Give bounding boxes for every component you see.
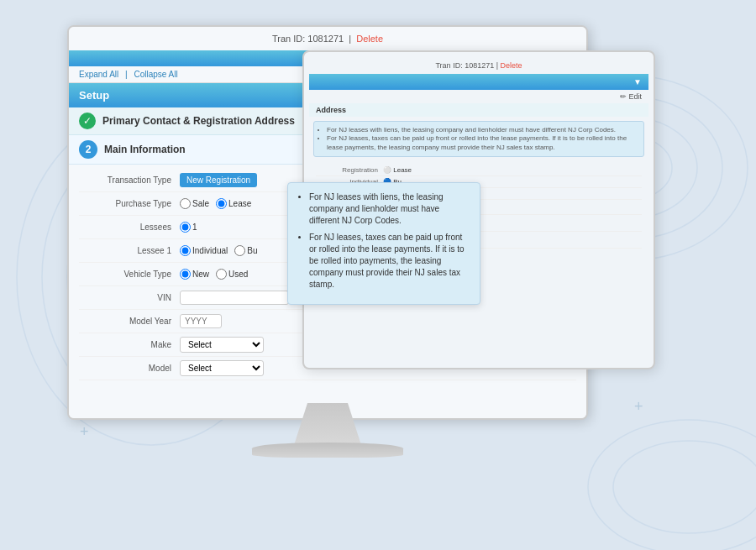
new-registration-button[interactable]: New Registration [180, 173, 257, 187]
tran-header: Tran ID: 1081271 | Delete [69, 27, 586, 50]
bg-tooltip: For NJ leases with liens, the leasing co… [313, 121, 644, 157]
make-select[interactable]: Select [180, 337, 264, 353]
lessees-label: Lessees [79, 223, 180, 232]
bg-radio-group: ⚪ Lease [383, 166, 642, 174]
lessee1-label: Lessee 1 [79, 246, 180, 255]
bu-radio-label[interactable]: Bu [234, 245, 257, 256]
vin-label: VIN [79, 293, 180, 302]
tran-id-text: Tran ID: 1081271 [272, 34, 344, 44]
lease-radio-label[interactable]: Lease [216, 198, 251, 209]
primary-contact-title: Primary Contact & Registration Address [102, 115, 295, 127]
individual-radio[interactable] [180, 245, 191, 256]
vehicle-type-label: Vehicle Type [79, 270, 180, 279]
expand-all-link[interactable]: Expand All [79, 70, 118, 79]
tooltip-box: For NJ leases with liens, the leasing co… [287, 182, 480, 305]
separator: | [125, 70, 128, 79]
bg-delete-link[interactable]: Delete [501, 61, 522, 70]
tooltip-item-1: For NJ leases with liens, the leasing co… [309, 191, 471, 227]
new-radio-label[interactable]: New [180, 269, 209, 280]
setup-title: Setup [79, 89, 109, 102]
new-radio[interactable] [180, 269, 191, 280]
bg-blue-bar: ▼ [309, 74, 648, 90]
used-radio-label[interactable]: Used [216, 269, 248, 280]
model-select[interactable]: Select [180, 360, 264, 376]
transaction-type-label: Transaction Type [79, 175, 180, 185]
used-radio[interactable] [216, 269, 227, 280]
bg-address-header: Address [309, 103, 648, 117]
section-number: 2 [79, 140, 97, 159]
lease-radio[interactable] [216, 198, 227, 209]
main-info-title: Main Information [104, 144, 186, 155]
vin-input[interactable] [180, 291, 289, 305]
check-icon: ✓ [79, 113, 96, 129]
individual-radio-label[interactable]: Individual [180, 245, 228, 256]
tooltip-list: For NJ leases with liens, the leasing co… [297, 191, 471, 291]
make-label: Make [79, 340, 180, 349]
model-year-input[interactable] [180, 314, 222, 328]
bg-tran-id: Tran ID: 1081271 | Delete [309, 57, 648, 74]
tooltip-item-2: For NJ leases, taxes can be paid up fron… [309, 232, 471, 291]
model-label: Model [79, 364, 180, 373]
bg-edit-button[interactable]: ✏ Edit [309, 90, 648, 103]
sale-radio-label[interactable]: Sale [180, 198, 209, 209]
bu-radio[interactable] [234, 245, 245, 256]
model-year-label: Model Year [79, 317, 180, 326]
delete-link[interactable]: Delete [356, 34, 383, 44]
purchase-type-label: Purchase Type [79, 199, 180, 208]
monitor-stand-base [252, 443, 403, 458]
bg-dropdown-icon: ▼ [633, 77, 642, 86]
collapse-all-link[interactable]: Collapse All [134, 70, 177, 79]
monitor-wrapper: Tran ID: 1081271 | Delete ▼ ✏ Edit Addre… [67, 25, 689, 495]
sale-radio[interactable] [180, 198, 191, 209]
lessees-1-radio[interactable] [180, 222, 191, 233]
lessees-1-label[interactable]: 1 [180, 222, 197, 233]
